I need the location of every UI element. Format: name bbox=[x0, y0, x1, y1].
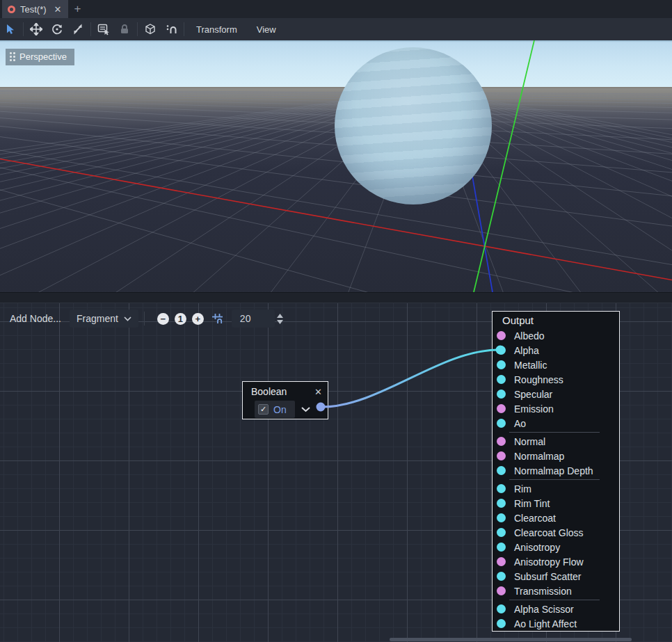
port-row: Normalmap Depth bbox=[493, 463, 619, 478]
group-button[interactable] bbox=[140, 20, 161, 38]
port-dot-icon[interactable] bbox=[497, 543, 506, 552]
boolean-node[interactable]: Boolean ✕ ✓ On bbox=[242, 381, 328, 419]
perspective-label: Perspective bbox=[19, 51, 67, 62]
chevron-down-icon[interactable] bbox=[301, 406, 311, 412]
port-dot-icon[interactable] bbox=[497, 419, 506, 428]
port-label: Normalmap bbox=[514, 451, 564, 462]
drag-handle-icon bbox=[10, 52, 15, 61]
snap-toggle-button[interactable] bbox=[161, 20, 182, 38]
spin-updown-button[interactable] bbox=[277, 314, 283, 324]
snap-grid-icon bbox=[211, 313, 223, 325]
port-dot-icon[interactable] bbox=[497, 499, 506, 508]
output-node-title: Output bbox=[493, 312, 619, 328]
port-row: Normal bbox=[493, 434, 619, 449]
port-dot-icon[interactable] bbox=[497, 404, 506, 413]
snap-distance-value: 20 bbox=[240, 313, 251, 324]
port-dot-icon[interactable] bbox=[497, 619, 506, 628]
spatial-toolbar: Transform View bbox=[0, 18, 672, 41]
port-dot-icon[interactable] bbox=[497, 331, 506, 340]
godot-editor-window: Test(*) ✕ + bbox=[0, 0, 672, 642]
port-dot-icon[interactable] bbox=[497, 513, 506, 522]
output-node[interactable]: Output AlbedoAlphaMetallicRoughnessSpecu… bbox=[492, 311, 620, 632]
port-dot-icon[interactable] bbox=[497, 557, 506, 566]
move-tool-button[interactable] bbox=[26, 20, 47, 38]
zoom-reset-button[interactable]: 1 bbox=[175, 313, 186, 325]
port-dot-icon[interactable] bbox=[497, 346, 506, 355]
port-dot-icon[interactable] bbox=[497, 390, 506, 399]
port-row: Transmission bbox=[493, 584, 619, 598]
snap-grid-toggle[interactable] bbox=[211, 313, 223, 325]
port-row: Specular bbox=[493, 387, 619, 401]
port-label: Alpha Scissor bbox=[514, 604, 574, 615]
add-node-button[interactable]: Add Node... bbox=[6, 310, 65, 328]
port-row: Rim Tint bbox=[493, 496, 619, 511]
port-dot-icon[interactable] bbox=[497, 484, 506, 493]
toolbar-separator bbox=[90, 22, 91, 36]
zoom-in-button[interactable]: + bbox=[192, 313, 204, 325]
shader-stage-value: Fragment bbox=[77, 313, 118, 324]
viewport-render bbox=[0, 40, 672, 292]
port-row: Ao bbox=[493, 416, 619, 431]
lock-button[interactable] bbox=[114, 20, 135, 38]
boolean-value-panel: ✓ On bbox=[255, 401, 295, 418]
tab-close-icon[interactable]: ✕ bbox=[54, 4, 62, 15]
toolbar-separator bbox=[144, 312, 145, 326]
select-tool-button[interactable] bbox=[0, 20, 21, 38]
viewport-3d[interactable]: Perspective bbox=[0, 40, 672, 292]
shader-graph-canvas[interactable]: Add Node... Fragment − 1 + 20 bbox=[0, 303, 672, 642]
port-label: Ao Light Affect bbox=[514, 618, 577, 629]
scene-tab[interactable]: Test(*) ✕ bbox=[2, 0, 68, 18]
horizontal-scrollbar-thumb[interactable] bbox=[390, 638, 632, 641]
rotate-tool-button[interactable] bbox=[47, 20, 67, 38]
port-label: Specular bbox=[514, 389, 552, 400]
new-tab-button[interactable]: + bbox=[68, 0, 86, 18]
port-dot-icon[interactable] bbox=[497, 360, 506, 369]
port-dot-icon[interactable] bbox=[497, 586, 506, 595]
port-label: Subsurf Scatter bbox=[514, 571, 582, 582]
port-label: Ao bbox=[514, 418, 526, 429]
port-dot-icon[interactable] bbox=[497, 604, 506, 613]
port-row: Subsurf Scatter bbox=[493, 569, 619, 584]
port-dot-icon[interactable] bbox=[497, 572, 506, 581]
scale-tool-button[interactable] bbox=[67, 20, 88, 38]
transform-menu[interactable]: Transform bbox=[186, 24, 247, 35]
sphere-mesh bbox=[335, 47, 492, 204]
shader-stage-dropdown[interactable]: Fragment bbox=[70, 310, 138, 328]
snap-distance-input[interactable]: 20 bbox=[232, 310, 275, 328]
port-label: Clearcoat Gloss bbox=[514, 527, 584, 538]
port-dot-icon[interactable] bbox=[497, 437, 506, 446]
port-dot-icon[interactable] bbox=[497, 451, 506, 460]
graph-toolbar: Add Node... Fragment − 1 + 20 bbox=[0, 309, 283, 328]
port-row: Anisotropy Flow bbox=[493, 554, 619, 569]
select-cursor-icon bbox=[5, 24, 16, 35]
lock-icon bbox=[119, 24, 130, 35]
boolean-checkbox[interactable]: ✓ bbox=[258, 404, 269, 415]
output-ports-list: AlbedoAlphaMetallicRoughnessSpecularEmis… bbox=[493, 328, 619, 631]
node-close-icon[interactable]: ✕ bbox=[314, 387, 322, 397]
list-select-button[interactable] bbox=[93, 20, 114, 38]
zoom-out-button[interactable]: − bbox=[157, 313, 169, 325]
scene-tab-label: Test(*) bbox=[20, 4, 47, 15]
port-label: Normal bbox=[514, 436, 545, 447]
boolean-node-titlebar[interactable]: Boolean ✕ bbox=[243, 382, 328, 400]
port-row: Metallic bbox=[493, 358, 619, 372]
port-dot-icon[interactable] bbox=[497, 466, 506, 475]
port-label: Rim bbox=[514, 483, 531, 495]
port-dot-icon[interactable] bbox=[497, 375, 506, 384]
port-label: Roughness bbox=[514, 374, 563, 385]
port-label: Metallic bbox=[514, 360, 547, 371]
connection-wire[interactable] bbox=[322, 350, 498, 407]
spin-down-icon bbox=[277, 320, 283, 324]
port-label: Normalmap Depth bbox=[514, 465, 593, 476]
scene-tab-bar: Test(*) ✕ + bbox=[0, 0, 672, 18]
port-dot-icon[interactable] bbox=[497, 528, 506, 537]
port-row: Anisotropy bbox=[493, 540, 619, 554]
toolbar-separator bbox=[137, 22, 138, 36]
port-label: Alpha bbox=[514, 345, 539, 356]
panel-splitter[interactable] bbox=[0, 292, 672, 303]
port-label: Albedo bbox=[514, 330, 545, 342]
view-menu[interactable]: View bbox=[247, 24, 286, 35]
boolean-node-title: Boolean bbox=[251, 386, 314, 397]
perspective-menu[interactable]: Perspective bbox=[6, 49, 74, 65]
cube-icon bbox=[144, 23, 157, 35]
